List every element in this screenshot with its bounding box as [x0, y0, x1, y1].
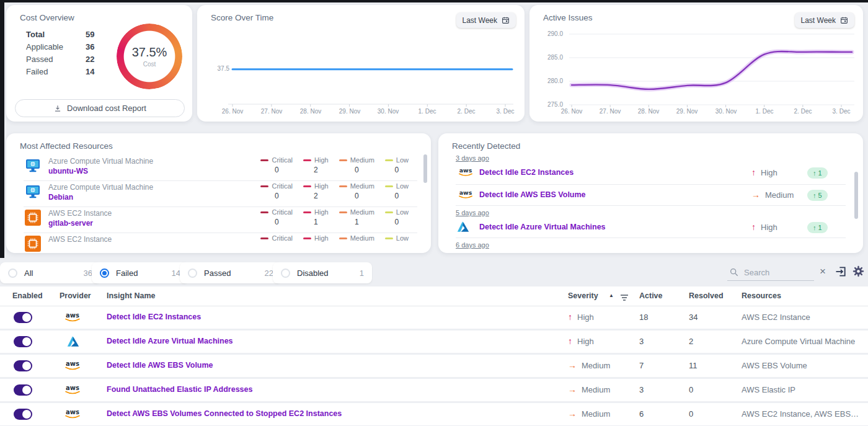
- radio-icon[interactable]: [188, 268, 197, 278]
- table-row[interactable]: aws Detect Idle EC2 Instances ↑High 18 3…: [0, 306, 868, 329]
- critical-dash-icon: [260, 237, 268, 239]
- column-header-resolved: Resolved: [689, 291, 724, 300]
- table-row[interactable]: aws Detect AWS EBS Volumes Connected to …: [0, 403, 868, 425]
- detected-insight-row[interactable]: Detect Idle Azure Virtual Machines ↑High…: [438, 219, 863, 236]
- filter-chip-passed[interactable]: Passed 22: [180, 262, 281, 283]
- divider: [24, 206, 417, 207]
- filter-count: 1: [360, 268, 364, 278]
- insight-link[interactable]: Found Unattached Elastic IP Addresses: [107, 385, 252, 394]
- date-group-link[interactable]: 5 days ago: [456, 209, 489, 216]
- divider: [456, 184, 846, 185]
- detected-insight-row[interactable]: aws Detect Idle AWS EBS Volume →Medium ↑…: [438, 187, 863, 204]
- x-tick-label: 3. Dec: [487, 108, 524, 115]
- severity-label: Medium: [582, 409, 610, 419]
- enabled-toggle[interactable]: [14, 360, 32, 371]
- detected-insight-row[interactable]: aws Detect Idle EC2 Instances ↑High ↑1: [438, 164, 863, 182]
- enabled-toggle[interactable]: [14, 312, 32, 323]
- download-cost-report-button[interactable]: Download cost Report: [15, 99, 185, 117]
- resource-type: Azure Compute Virtual Machine: [48, 183, 153, 192]
- radio-icon[interactable]: [281, 268, 290, 278]
- aws-logo-icon: aws: [63, 360, 82, 373]
- x-tick-label: 26. Nov: [553, 108, 590, 115]
- column-filter-icon[interactable]: [620, 293, 629, 304]
- azure-logo-icon: [457, 221, 469, 235]
- divider: [456, 237, 846, 238]
- scrollbar-thumb[interactable]: [423, 154, 427, 183]
- active-count: 18: [639, 313, 648, 322]
- resources-cell: AWS Elastic IP: [742, 385, 795, 394]
- aws-logo-icon: aws: [63, 384, 82, 397]
- active-count: 3: [639, 385, 644, 394]
- enabled-toggle[interactable]: [14, 336, 32, 347]
- medium-dash-icon: [339, 185, 347, 187]
- delta-up-icon: ↑: [813, 192, 817, 199]
- critical-dash-icon: [260, 185, 268, 187]
- insight-link[interactable]: Detect Idle Azure Virtual Machines: [479, 223, 606, 231]
- resource-name-link[interactable]: Debian: [48, 193, 73, 202]
- date-group-link[interactable]: 3 days ago: [456, 154, 489, 162]
- divider: [456, 205, 846, 206]
- resource-name-link[interactable]: gitlab-server: [48, 219, 93, 228]
- score-line-chart: [197, 5, 525, 122]
- date-group-link[interactable]: 6 days ago: [456, 241, 489, 249]
- enabled-toggle[interactable]: [14, 384, 32, 396]
- scrollbar-thumb[interactable]: [854, 172, 858, 219]
- aws-logo-icon: aws: [457, 189, 474, 202]
- radio-selected-icon[interactable]: [100, 268, 109, 278]
- column-header-insight-name: Insight Name: [107, 291, 156, 300]
- aws-ec2-icon: [25, 210, 41, 228]
- affected-resource-row[interactable]: Azure Compute Virtual Machine Debian Cri…: [6, 182, 431, 206]
- download-icon: [53, 104, 62, 113]
- aws-logo-icon: aws: [63, 311, 82, 325]
- stat-passed: Passed 22: [26, 55, 107, 67]
- affected-resource-row[interactable]: AWS EC2 Instance gitlab-server Critical0…: [6, 208, 431, 233]
- filter-chip-disabled[interactable]: Disabled 1: [273, 262, 372, 283]
- resource-name-link[interactable]: ubuntu-WS: [48, 167, 88, 175]
- filter-chip-all[interactable]: All 36: [0, 262, 100, 283]
- filter-chip-failed[interactable]: Failed 14: [92, 262, 188, 283]
- active-count: 6: [639, 409, 644, 419]
- card-title: Most Affected Resources: [20, 141, 113, 151]
- affected-resource-row[interactable]: AWS EC2 Instance Critical High Medium Lo…: [6, 234, 431, 253]
- delta-badge: ↑1: [807, 222, 828, 233]
- medium-count: 1: [355, 218, 359, 226]
- azure-logo-icon: [67, 335, 79, 350]
- severity-right-icon: →: [568, 384, 577, 394]
- insight-link[interactable]: Detect Idle AWS EBS Volume: [479, 190, 586, 199]
- table-row[interactable]: aws Detect Idle AWS EBS Volume →Medium 7…: [0, 355, 868, 377]
- x-tick-label: 27. Nov: [591, 108, 629, 115]
- table-row[interactable]: aws Found Unattached Elastic IP Addresse…: [0, 379, 868, 401]
- affected-resource-row[interactable]: Azure Compute Virtual Machine ubuntu-WS …: [6, 156, 431, 180]
- export-icon[interactable]: [835, 265, 847, 280]
- severity-label: High: [577, 313, 594, 322]
- table-row[interactable]: Detect Idle Azure Virtual Machines ↑High…: [0, 331, 868, 353]
- delta-up-icon: ↑: [813, 169, 817, 177]
- insight-link[interactable]: Detect Idle EC2 Instances: [107, 313, 201, 321]
- resource-type: Azure Compute Virtual Machine: [48, 157, 153, 166]
- column-header-severity[interactable]: Severity: [568, 291, 598, 300]
- screen-edge-left: [0, 0, 4, 258]
- search-input[interactable]: [743, 265, 815, 279]
- gear-icon[interactable]: [852, 265, 865, 280]
- card-title: Recently Detected: [452, 141, 520, 151]
- insight-link[interactable]: Detect Idle Azure Virtual Machines: [107, 337, 233, 345]
- low-count: 0: [395, 166, 399, 174]
- card-title: Cost Overview: [20, 13, 74, 22]
- clear-search-icon[interactable]: ×: [820, 265, 826, 278]
- medium-dash-icon: [339, 211, 347, 213]
- x-tick-label: 29. Nov: [331, 108, 368, 115]
- most-affected-resources-card: Most Affected Resources Azure Compute Vi…: [6, 133, 431, 253]
- insight-link[interactable]: Detect Idle EC2 Instances: [479, 168, 574, 177]
- svg-text:aws: aws: [66, 312, 79, 319]
- enabled-toggle[interactable]: [14, 409, 32, 420]
- dashboard-page: Cost Overview Total 59 Applicable 36 Pas…: [0, 0, 868, 426]
- cost-donut-center: 37.5% Cost: [117, 24, 182, 89]
- insight-link[interactable]: Detect Idle AWS EBS Volume: [107, 361, 213, 370]
- radio-icon[interactable]: [8, 268, 17, 278]
- y-tick-label: 280.0: [538, 78, 563, 84]
- insight-link[interactable]: Detect AWS EBS Volumes Connected to Stop…: [107, 409, 342, 418]
- sort-ascending-icon[interactable]: ▲: [609, 293, 614, 298]
- low-count: 0: [395, 192, 399, 200]
- y-tick-label: 275.0: [538, 101, 563, 108]
- severity-label: Medium: [765, 190, 794, 200]
